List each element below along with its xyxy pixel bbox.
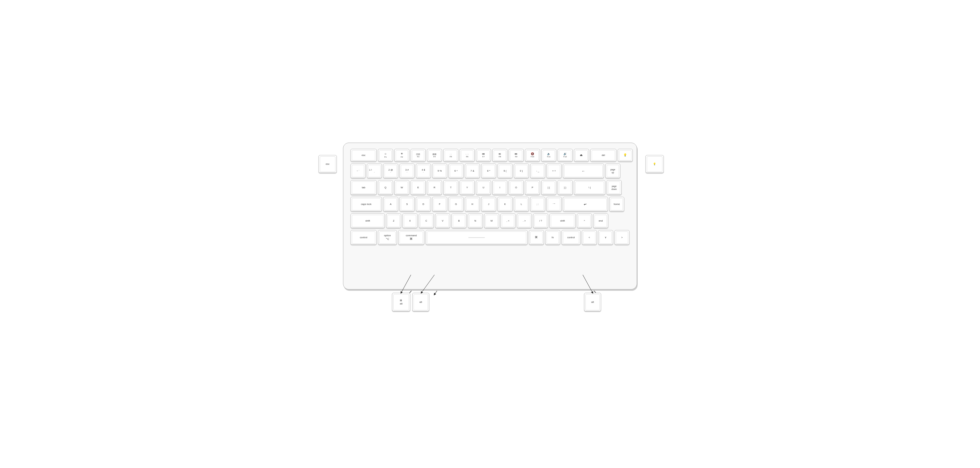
key-f9[interactable]: ⏭ F9 bbox=[509, 149, 523, 162]
key-f3[interactable]: ⊡⊟ F3 bbox=[410, 149, 426, 162]
key-home[interactable]: home bbox=[609, 197, 624, 212]
key-period[interactable]: . > bbox=[517, 213, 532, 228]
key-esc[interactable]: esc bbox=[350, 149, 377, 162]
key-9[interactable]: 9 ( bbox=[498, 163, 512, 179]
qwerty-row: tab Q W E R T Y U I O P [ { ] } \ | page… bbox=[350, 180, 630, 195]
standalone-esc-label: esc bbox=[326, 163, 329, 166]
key-equals[interactable]: = + bbox=[547, 163, 562, 179]
key-3[interactable]: 3 # * bbox=[399, 163, 415, 179]
key-rarrow[interactable]: > bbox=[614, 230, 630, 245]
key-u[interactable]: U bbox=[476, 180, 491, 195]
key-backslash[interactable]: \ | bbox=[574, 180, 605, 195]
key-f11[interactable]: 🔈 F11 bbox=[541, 149, 556, 162]
key-minus[interactable]: - _ bbox=[530, 163, 545, 179]
key-d[interactable]: D bbox=[416, 197, 431, 212]
key-f5[interactable]: · · F5 bbox=[443, 149, 458, 162]
key-uparrow[interactable]: ^ bbox=[577, 213, 592, 228]
key-q[interactable]: Q bbox=[378, 180, 393, 195]
key-comma[interactable]: , < bbox=[500, 213, 515, 228]
key-c[interactable]: C bbox=[419, 213, 434, 228]
standalone-esc-key[interactable]: esc bbox=[318, 155, 337, 173]
key-lshift[interactable]: shift bbox=[350, 213, 385, 228]
key-pagedown[interactable]: pagedown bbox=[607, 180, 622, 195]
key-t[interactable]: T bbox=[443, 180, 458, 195]
key-l[interactable]: L bbox=[514, 197, 529, 212]
key-rctrl[interactable]: control bbox=[562, 230, 581, 245]
key-capslock[interactable]: caps lock bbox=[350, 197, 382, 212]
key-backspace[interactable]: ← bbox=[563, 163, 604, 179]
key-b[interactable]: B bbox=[452, 213, 466, 228]
key-f2[interactable]: ☀ F2 bbox=[394, 149, 409, 162]
alt-right-key[interactable]: alt bbox=[584, 293, 601, 312]
key-f8[interactable]: ⏯ F8 bbox=[492, 149, 508, 162]
key-backtick[interactable]: ~ ` bbox=[350, 163, 366, 179]
key-end[interactable]: end bbox=[593, 213, 608, 228]
key-option[interactable]: option ⌥ bbox=[378, 230, 397, 245]
key-2[interactable]: 2 @ * bbox=[383, 163, 398, 179]
key-i[interactable]: I bbox=[492, 180, 508, 195]
key-eject[interactable]: ⏏ bbox=[574, 149, 589, 162]
key-light[interactable]: 💡 bbox=[618, 149, 633, 162]
key-f7[interactable]: ⏮ F7 bbox=[476, 149, 491, 162]
key-s[interactable]: S bbox=[399, 197, 415, 212]
key-f[interactable]: F bbox=[432, 197, 447, 212]
key-quote[interactable]: ' " bbox=[547, 197, 562, 212]
standalone-light-label: 💡 bbox=[653, 163, 656, 166]
key-x[interactable]: X bbox=[402, 213, 417, 228]
key-f1[interactable]: ☼ F1 bbox=[378, 149, 393, 162]
key-7[interactable]: 7 & bbox=[465, 163, 480, 179]
key-lbracket[interactable]: [ { bbox=[541, 180, 556, 195]
key-larrow[interactable]: < bbox=[582, 230, 597, 245]
key-m[interactable]: M bbox=[484, 213, 499, 228]
key-lctrl[interactable]: control bbox=[350, 230, 377, 245]
key-y[interactable]: Y bbox=[460, 180, 475, 195]
win-alt-key[interactable]: ⊞ alt bbox=[392, 293, 410, 312]
key-r[interactable]: R bbox=[427, 180, 442, 195]
key-slash[interactable]: / ? bbox=[533, 213, 548, 228]
key-darrow[interactable]: ∨ bbox=[598, 230, 613, 245]
key-fn[interactable]: fn bbox=[545, 230, 560, 245]
shift-row: shift Z X C V B N M , < . > / ? shift ^ bbox=[350, 213, 630, 228]
fn-row: esc ☼ F1 ☀ F2 ⊡⊟ F3 ⊞⊞ F4 bbox=[350, 149, 630, 162]
key-e[interactable]: E bbox=[410, 180, 426, 195]
key-o[interactable]: O bbox=[509, 180, 523, 195]
key-tab[interactable]: tab bbox=[350, 180, 377, 195]
key-k[interactable]: K bbox=[498, 197, 512, 212]
key-p[interactable]: P bbox=[525, 180, 540, 195]
key-h[interactable]: H bbox=[465, 197, 480, 212]
key-n[interactable]: N bbox=[468, 213, 483, 228]
key-a[interactable]: A bbox=[383, 197, 398, 212]
key-5[interactable]: 5 % bbox=[432, 163, 447, 179]
key-command[interactable]: command ⌘ bbox=[398, 230, 424, 245]
keyboard-scene: esc 💡 esc ☼ F1 ☀ F2 ⊡⊟ bbox=[310, 133, 670, 335]
key-rows: esc ☼ F1 ☀ F2 ⊡⊟ F3 ⊞⊞ F4 bbox=[350, 149, 630, 245]
key-g[interactable]: G bbox=[449, 197, 463, 212]
key-6[interactable]: 6 ^ bbox=[449, 163, 463, 179]
key-w[interactable]: W bbox=[394, 180, 409, 195]
key-rbracket[interactable]: ] } bbox=[558, 180, 573, 195]
key-f10[interactable]: 🔇 F10 bbox=[525, 149, 540, 162]
key-0[interactable]: 0 ) bbox=[514, 163, 529, 179]
key-spacebar[interactable] bbox=[426, 230, 528, 245]
key-pageup[interactable]: pageup bbox=[605, 163, 620, 179]
standalone-light-key[interactable]: 💡 bbox=[646, 155, 664, 173]
key-z[interactable]: Z bbox=[386, 213, 401, 228]
alt-left-key[interactable]: alt bbox=[412, 293, 429, 312]
key-del[interactable]: del bbox=[590, 149, 616, 162]
key-rcmd[interactable]: ⌘ bbox=[529, 230, 544, 245]
key-f12[interactable]: 🔊 F12 bbox=[558, 149, 573, 162]
key-4[interactable]: 4 $ * bbox=[416, 163, 431, 179]
key-v[interactable]: V bbox=[435, 213, 450, 228]
key-1[interactable]: 1 ! * bbox=[367, 163, 382, 179]
number-row: ~ ` 1 ! * 2 @ * 3 # * 4 $ bbox=[350, 163, 630, 179]
key-j[interactable]: J bbox=[481, 197, 496, 212]
spacebar-indicator bbox=[468, 238, 485, 238]
key-rshift[interactable]: shift bbox=[549, 213, 576, 228]
key-8[interactable]: 8 * bbox=[481, 163, 496, 179]
key-semicolon[interactable]: ; : bbox=[530, 197, 545, 212]
asdf-row: caps lock A S D F G H J K L ; : ' " ↵ ho… bbox=[350, 197, 630, 212]
key-f4[interactable]: ⊞⊞ F4 bbox=[427, 149, 442, 162]
key-f6[interactable]: · · · F6 bbox=[460, 149, 475, 162]
key-enter[interactable]: ↵ bbox=[563, 197, 608, 212]
keyboard-body: esc ☼ F1 ☀ F2 ⊡⊟ F3 ⊞⊞ F4 bbox=[343, 143, 637, 289]
